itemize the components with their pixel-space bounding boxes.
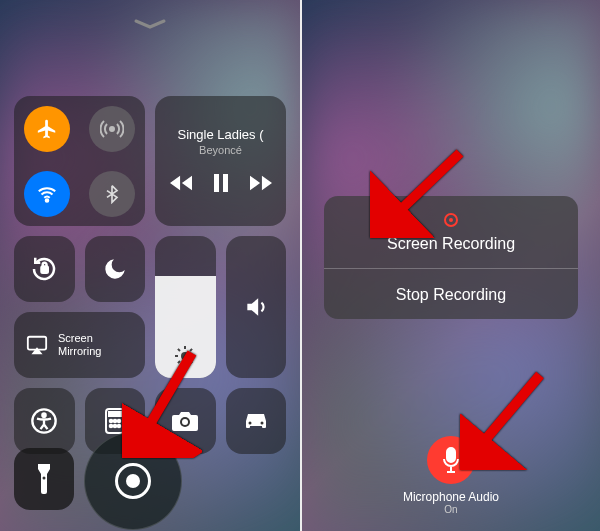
airplane-mode-button[interactable] — [14, 106, 80, 152]
svg-point-0 — [110, 127, 114, 131]
pause-icon[interactable] — [214, 174, 228, 196]
svg-point-18 — [182, 419, 188, 425]
flashlight-icon — [36, 464, 52, 494]
sun-icon — [173, 344, 197, 368]
microphone-audio-button[interactable] — [427, 436, 475, 484]
screen-record-button[interactable] — [84, 432, 182, 530]
airplay-icon — [26, 334, 48, 356]
svg-point-5 — [181, 352, 189, 360]
svg-point-13 — [117, 420, 120, 423]
control-center-pane: Single Ladies ( Beyoncé — [0, 0, 300, 531]
bluetooth-button[interactable] — [80, 171, 146, 217]
airplane-icon — [36, 118, 58, 140]
volume-slider[interactable] — [226, 236, 287, 378]
rewind-icon[interactable] — [170, 175, 192, 195]
svg-point-11 — [109, 420, 112, 423]
record-icon — [444, 213, 458, 227]
svg-point-14 — [109, 425, 112, 428]
flashlight-button[interactable] — [14, 448, 74, 510]
wifi-button[interactable] — [14, 171, 80, 217]
svg-rect-4 — [42, 267, 48, 273]
cellular-icon — [100, 117, 124, 141]
svg-rect-2 — [214, 174, 219, 192]
chevron-down-icon[interactable] — [133, 16, 167, 34]
screen-recording-title: Screen Recording — [387, 235, 515, 252]
svg-point-19 — [248, 422, 251, 425]
rotation-lock-button[interactable] — [14, 236, 75, 302]
connectivity-tile — [14, 96, 145, 226]
svg-point-15 — [113, 425, 116, 428]
accessibility-button[interactable] — [14, 388, 75, 454]
screen-mirroring-label: Screen Mirroring — [58, 332, 101, 357]
car-icon — [241, 411, 271, 431]
do-not-disturb-button[interactable] — [85, 236, 146, 302]
screen-mirroring-button[interactable]: Screen Mirroring — [14, 312, 145, 378]
wifi-icon — [36, 183, 58, 205]
forward-icon[interactable] — [250, 175, 272, 195]
rotation-lock-icon — [29, 254, 59, 284]
camera-icon — [171, 410, 199, 432]
screen-recording-popup: Screen Recording Stop Recording — [324, 196, 578, 319]
screen-recording-header: Screen Recording — [324, 196, 578, 268]
stop-recording-button[interactable]: Stop Recording — [324, 268, 578, 319]
calculator-icon — [103, 408, 127, 434]
svg-rect-22 — [447, 448, 455, 462]
bluetooth-icon — [102, 184, 122, 204]
svg-point-12 — [113, 420, 116, 423]
svg-rect-10 — [109, 412, 121, 416]
music-tile[interactable]: Single Ladies ( Beyoncé — [155, 96, 286, 226]
microphone-icon — [441, 447, 461, 473]
microphone-audio-label: Microphone Audio On — [403, 490, 499, 515]
svg-point-8 — [43, 414, 46, 417]
moon-icon — [102, 256, 128, 282]
svg-point-21 — [43, 477, 46, 480]
screen-recording-popup-pane: Screen Recording Stop Recording Micropho… — [300, 0, 600, 531]
svg-rect-3 — [223, 174, 228, 192]
accessibility-icon — [30, 407, 58, 435]
record-icon — [115, 463, 151, 499]
brightness-slider[interactable] — [155, 236, 216, 378]
speaker-icon — [243, 294, 269, 320]
music-title: Single Ladies ( — [178, 127, 264, 142]
svg-point-1 — [45, 199, 48, 202]
music-artist: Beyoncé — [199, 144, 242, 156]
driving-mode-button[interactable] — [226, 388, 287, 454]
svg-point-16 — [117, 425, 120, 428]
cellular-button[interactable] — [80, 106, 146, 152]
svg-point-20 — [260, 422, 263, 425]
